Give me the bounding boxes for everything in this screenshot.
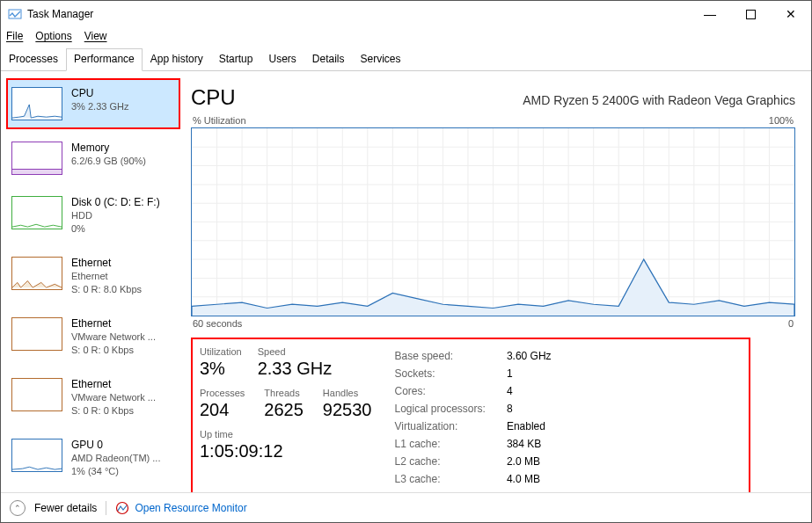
sidebar-cpu-sub: 3% 2.33 GHz — [71, 100, 128, 113]
cpu-specs-table: Base speed:3.60 GHzSockets:1Cores:4Logic… — [392, 346, 552, 489]
sidebar-gpu-sub2: 1% (34 °C) — [71, 465, 160, 478]
spec-value: 2.0 MB — [507, 454, 552, 469]
spec-label: Cores: — [394, 383, 504, 399]
close-button[interactable]: ✕ — [771, 1, 811, 27]
chart-label-tr: 100% — [769, 115, 794, 126]
gpu-thumb — [11, 439, 62, 472]
spec-value: 8 — [507, 401, 552, 417]
processes-value: 204 — [200, 400, 245, 420]
spec-label: Virtualization: — [394, 418, 504, 434]
titlebar-title: Task Manager — [27, 8, 690, 20]
sidebar-eth2-sub2: S: 0 R: 0 Kbps — [71, 404, 156, 418]
spec-label: Base speed: — [394, 348, 504, 364]
disk-thumb — [11, 196, 62, 229]
sidebar-disk-title: Disk 0 (C: D: E: F:) — [71, 196, 160, 209]
resource-monitor-icon — [115, 501, 129, 515]
sidebar-cpu-title: CPU — [71, 87, 128, 100]
handles-value: 92530 — [323, 400, 372, 420]
tab-details[interactable]: Details — [304, 48, 353, 70]
spec-value: 4.0 MB — [507, 471, 552, 487]
spec-row: Logical processors:8 — [394, 401, 551, 417]
util-value: 3% — [200, 359, 242, 379]
menubar: File Options View — [1, 27, 811, 45]
threads-value: 2625 — [264, 400, 304, 420]
cpu-model-name: AMD Ryzen 5 2400G with Radeon Vega Graph… — [523, 93, 795, 107]
spec-row: Base speed:3.60 GHz — [394, 348, 551, 364]
svg-rect-1 — [746, 10, 755, 18]
spec-row: Virtualization:Enabled — [394, 418, 551, 434]
memory-thumb — [11, 142, 62, 175]
minimize-button[interactable]: — — [690, 1, 730, 27]
spec-row: L3 cache:4.0 MB — [394, 471, 551, 487]
sidebar-gpu-title: GPU 0 — [71, 439, 160, 452]
tabbar: Processes Performance App history Startu… — [1, 48, 811, 71]
divider — [106, 501, 106, 515]
processes-label: Processes — [200, 388, 245, 398]
sidebar-item-ethernet-0[interactable]: Ethernet Ethernet S: 0 R: 8.0 Kbps — [6, 248, 180, 305]
menu-options[interactable]: Options — [35, 30, 71, 42]
main-panel: CPU AMD Ryzen 5 2400G with Radeon Vega G… — [186, 71, 811, 492]
maximize-button[interactable] — [730, 1, 771, 27]
sidebar-eth0-sub: Ethernet — [71, 270, 142, 283]
chevron-up-icon[interactable]: ⌃ — [10, 500, 26, 516]
cpu-chart[interactable] — [191, 127, 795, 316]
sidebar-eth1-title: Ethernet — [71, 317, 156, 331]
eth2-thumb — [11, 378, 62, 411]
footer: ⌃ Fewer details Open Resource Monitor — [1, 492, 811, 522]
sidebar: CPU 3% 2.33 GHz Memory 6.2/6.9 GB (90%) … — [1, 71, 186, 492]
tab-app-history[interactable]: App history — [143, 48, 211, 70]
menu-view[interactable]: View — [84, 30, 107, 42]
titlebar: Task Manager — ✕ — [1, 1, 811, 27]
sidebar-item-ethernet-1[interactable]: Ethernet VMware Network ... S: 0 R: 0 Kb… — [6, 309, 180, 366]
spec-row: Sockets:1 — [394, 366, 551, 381]
sidebar-eth1-sub2: S: 0 R: 0 Kbps — [71, 344, 156, 357]
spec-value: 4 — [507, 383, 552, 399]
uptime-label: Up time — [200, 429, 371, 439]
tab-processes[interactable]: Processes — [1, 48, 66, 70]
eth1-thumb — [11, 317, 62, 351]
speed-label: Speed — [258, 346, 332, 357]
cpu-details: Utilization 3% Speed 2.33 GHz Processes … — [191, 338, 750, 492]
uptime-value: 1:05:09:12 — [200, 441, 371, 461]
tab-performance[interactable]: Performance — [66, 48, 143, 71]
chart-label-bl: 60 seconds — [193, 318, 242, 329]
sidebar-eth1-sub: VMware Network ... — [71, 331, 156, 344]
orm-label: Open Resource Monitor — [135, 502, 246, 514]
tab-services[interactable]: Services — [353, 48, 409, 70]
sidebar-item-gpu0[interactable]: GPU 0 AMD Radeon(TM) ... 1% (34 °C) — [6, 430, 180, 487]
sidebar-memory-sub: 6.2/6.9 GB (90%) — [71, 155, 146, 168]
sidebar-eth2-sub: VMware Network ... — [71, 391, 156, 404]
fewer-details-link[interactable]: Fewer details — [34, 502, 97, 514]
chart-label-tl: % Utilization — [193, 115, 246, 126]
threads-label: Threads — [264, 388, 304, 398]
sidebar-gpu-sub: AMD Radeon(TM) ... — [71, 452, 160, 465]
cpu-thumb — [11, 87, 62, 120]
eth0-thumb — [11, 257, 62, 290]
sidebar-item-ethernet-2[interactable]: Ethernet VMware Network ... S: 0 R: 0 Kb… — [6, 369, 180, 426]
sidebar-memory-title: Memory — [71, 142, 146, 155]
spec-row: L2 cache:2.0 MB — [394, 454, 551, 469]
sidebar-disk-sub: HDD — [71, 209, 160, 222]
sidebar-item-cpu[interactable]: CPU 3% 2.33 GHz — [6, 78, 180, 129]
handles-label: Handles — [323, 388, 372, 398]
spec-value: 3.60 GHz — [507, 348, 552, 364]
menu-file[interactable]: File — [6, 30, 23, 42]
spec-label: Logical processors: — [394, 401, 504, 417]
spec-row: L1 cache:384 KB — [394, 436, 551, 452]
open-resource-monitor-link[interactable]: Open Resource Monitor — [115, 501, 246, 515]
speed-value: 2.33 GHz — [258, 359, 332, 379]
spec-label: Sockets: — [394, 366, 504, 381]
sidebar-eth2-title: Ethernet — [71, 378, 156, 391]
tab-users[interactable]: Users — [260, 48, 304, 70]
spec-value: 384 KB — [507, 436, 552, 452]
sidebar-item-memory[interactable]: Memory 6.2/6.9 GB (90%) — [6, 133, 180, 184]
spec-label: L2 cache: — [394, 454, 504, 469]
util-label: Utilization — [200, 346, 242, 357]
sidebar-item-disk0[interactable]: Disk 0 (C: D: E: F:) HDD 0% — [6, 187, 180, 244]
spec-label: L1 cache: — [394, 436, 504, 452]
spec-row: Cores:4 — [394, 383, 551, 399]
spec-value: Enabled — [507, 418, 552, 434]
sidebar-eth0-sub2: S: 0 R: 8.0 Kbps — [71, 283, 142, 296]
spec-label: L3 cache: — [394, 471, 504, 487]
tab-startup[interactable]: Startup — [211, 48, 261, 70]
